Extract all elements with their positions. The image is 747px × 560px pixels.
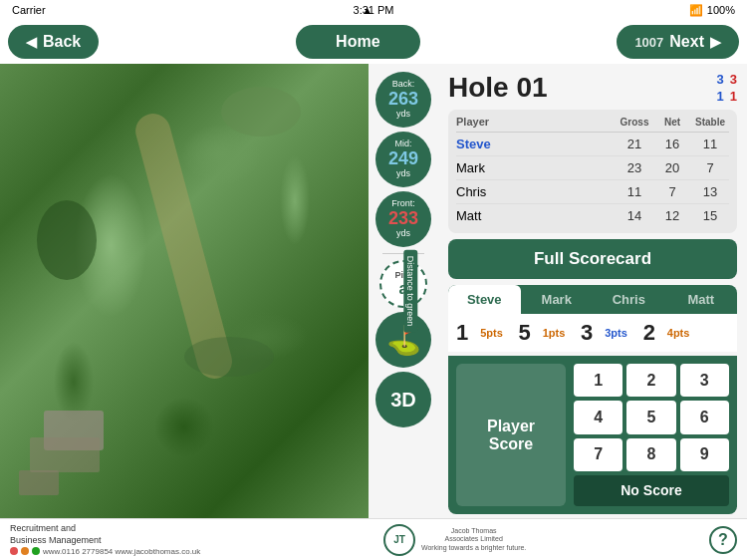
main-content: Distance to green Back: 263 yds Mid: 249… (0, 64, 747, 518)
scorecard-table: Player Gross Net Stable Steve 21 16 11 M… (448, 110, 737, 233)
back-label: Back (43, 33, 81, 51)
jt-sub1: Associates Limited (421, 535, 526, 543)
home-button[interactable]: Home (296, 25, 419, 59)
scorecard-header: Player Gross Net Stable (456, 116, 729, 133)
col-stable-header: Stable (691, 117, 729, 128)
num-pad: 1 2 3 4 5 6 7 8 9 No Score (574, 364, 729, 506)
tab-steve[interactable]: Steve (448, 285, 521, 314)
player-tabs: Steve Mark Chris Matt (448, 285, 737, 314)
score-bottom-blue: 1 (717, 89, 724, 104)
dot-red (10, 547, 18, 555)
next-label: Next (669, 33, 704, 51)
back-button[interactable]: Back (8, 25, 99, 59)
scorecard-row-chris: Chris 11 7 13 (456, 180, 729, 204)
hole-scores-box: 3 3 1 1 (717, 72, 737, 104)
score-top-red: 3 (730, 72, 737, 87)
score-pad-area: Player Score 1 2 3 4 5 6 7 8 9 No Score (448, 356, 737, 514)
distance-sidebar-label: Distance to green (404, 250, 418, 333)
next-button[interactable]: 1007 Next (617, 25, 739, 59)
company-info: Recruitment and Business Management www.… (10, 523, 200, 555)
company-logo: JT Jacob Thomas Associates Limited Worki… (383, 524, 526, 556)
player-name-chris: Chris (456, 184, 616, 199)
steve-net: 16 (653, 137, 691, 151)
status-bar: Carrier ▲ 3:31 PM 📶 100% (0, 0, 747, 20)
dot-green (32, 547, 40, 555)
dot-orange (21, 547, 29, 555)
contact-info: www.0116 2779854 www.jacobthomas.co.uk (43, 547, 200, 556)
front-distance-circle: Front: 233 yds (375, 191, 431, 247)
chris-gross: 11 (616, 184, 653, 199)
back-yards: 263 (388, 90, 418, 110)
dots-row: www.0116 2779854 www.jacobthomas.co.uk (10, 547, 200, 556)
player-name-steve: Steve (456, 137, 616, 151)
scorecard-row-matt: Matt 14 12 15 (456, 204, 729, 227)
three-d-label: 3D (390, 389, 416, 412)
signal-icon: 📶 (689, 4, 703, 17)
scorecard-row-steve: Steve 21 16 11 (456, 133, 729, 156)
chris-score: 2 (643, 320, 655, 346)
map-image (0, 64, 369, 518)
jt-sub2: Working towards a brighter future. (421, 544, 526, 552)
mid-yards: 249 (388, 149, 418, 169)
steve-score: 5 (519, 320, 531, 346)
no-score-button[interactable]: No Score (574, 475, 729, 506)
score-bottom-red: 1 (730, 89, 737, 104)
chevron-left-icon (26, 33, 37, 51)
col-gross-header: Gross (616, 117, 653, 128)
player-name-matt: Matt (456, 208, 616, 223)
col-net-header: Net (653, 117, 691, 128)
hole-title: Hole 01 (448, 72, 548, 104)
battery-label: 100% (707, 4, 735, 16)
help-button[interactable]: ? (709, 526, 737, 554)
front-unit: yds (396, 229, 410, 239)
next-score: 1007 (634, 35, 663, 50)
hole-number: 1 (456, 320, 468, 346)
numpad-3[interactable]: 3 (680, 364, 729, 397)
numpad-7[interactable]: 7 (574, 438, 622, 471)
mark-stable: 7 (691, 160, 729, 175)
chris-stable: 13 (691, 184, 729, 199)
numpad-5[interactable]: 5 (626, 401, 675, 433)
mark-net: 20 (653, 160, 691, 175)
scorecard-row-mark: Mark 23 20 7 (456, 156, 729, 180)
mark-gross: 23 (616, 160, 653, 175)
jt-logo-circle: JT (383, 524, 415, 556)
steve-gross: 21 (616, 137, 653, 151)
company-name-line2: Business Management (10, 535, 200, 547)
matt-stable: 15 (691, 208, 729, 223)
chris-pts: 3pts (605, 327, 627, 339)
hole-header: Hole 01 3 3 1 1 (448, 72, 737, 104)
col-player-header: Player (456, 116, 616, 128)
carrier-label: Carrier (12, 4, 46, 16)
mark-score: 3 (581, 320, 593, 346)
numpad-6[interactable]: 6 (680, 401, 729, 433)
score-top-blue: 3 (717, 72, 724, 87)
numpad-4[interactable]: 4 (574, 401, 622, 433)
jt-initials: JT (393, 534, 405, 545)
jt-company-name: Jacob Thomas Associates Limited Working … (421, 527, 526, 552)
mid-panel: Distance to green Back: 263 yds Mid: 249… (369, 64, 438, 518)
mid-distance-circle: Mid: 249 yds (375, 132, 431, 187)
tab-matt[interactable]: Matt (665, 285, 738, 314)
time-label: 3:31 PM (354, 4, 394, 16)
mark-pts: 1pts (543, 327, 566, 339)
map-area[interactable] (0, 64, 369, 518)
tab-chris[interactable]: Chris (593, 285, 665, 314)
numpad-8[interactable]: 8 (626, 438, 675, 471)
chris-net: 7 (653, 184, 691, 199)
numpad-1[interactable]: 1 (574, 364, 622, 397)
numpad-2[interactable]: 2 (626, 364, 675, 397)
jt-name: Jacob Thomas (421, 527, 526, 535)
tab-mark[interactable]: Mark (521, 285, 594, 314)
matt-net: 12 (653, 208, 691, 223)
numpad-9[interactable]: 9 (680, 438, 729, 471)
front-yards: 233 (388, 209, 418, 229)
steve-stable: 11 (691, 137, 729, 151)
full-scorecard-button[interactable]: Full Scorecard (448, 239, 737, 279)
mid-unit: yds (396, 169, 410, 179)
three-d-button[interactable]: 3D (375, 372, 431, 427)
matt-gross: 14 (616, 208, 653, 223)
company-name-line1: Recruitment and (10, 523, 200, 535)
scoring-row: 1 5pts 5 1pts 3 3pts 2 4pts (448, 314, 737, 352)
header-nav: Back Home 1007 Next (0, 20, 747, 64)
